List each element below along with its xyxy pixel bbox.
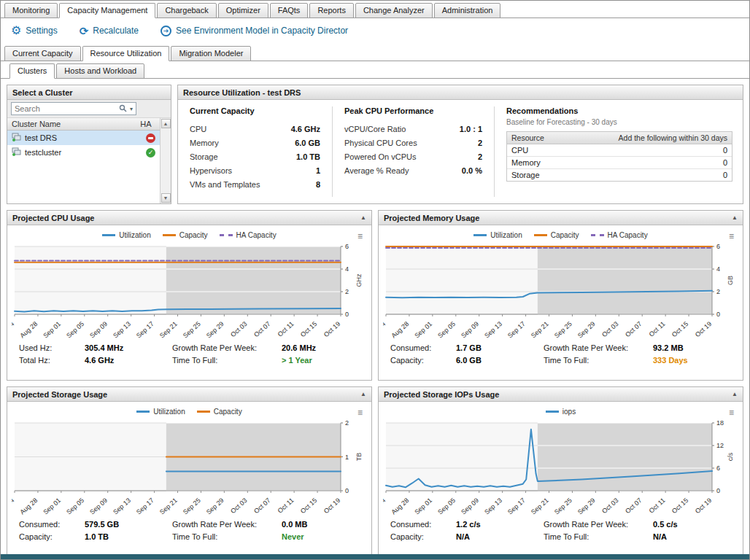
tab-reports[interactable]: Reports <box>309 3 354 18</box>
view-tab-bar: ClustersHosts and Workload <box>1 61 749 79</box>
cluster-icon <box>12 133 21 143</box>
stat-label-time-to-full: Time To Full: <box>172 532 282 541</box>
resource-value: 0 <box>723 171 727 179</box>
subtab-current-capacity[interactable]: Current Capacity <box>4 46 81 61</box>
scrollbar[interactable]: ▲ ▼ <box>160 118 171 203</box>
tab-capacity-management[interactable]: Capacity Management <box>59 3 155 18</box>
stat-value-consumed: 1.7 GB <box>456 343 544 352</box>
cluster-search-row: ▾ <box>7 100 171 118</box>
legend-swatch-icon <box>136 411 150 413</box>
collapse-panel-icon[interactable]: ▲ <box>732 391 738 397</box>
collapse-panel-icon[interactable]: ▲ <box>360 214 366 221</box>
recommendations-title: Recommendations <box>506 106 732 115</box>
cluster-list: Cluster Name HA test DRStestcluster✓ ▲ ▼ <box>7 118 171 203</box>
svg-text:Oct 19: Oct 19 <box>694 320 713 338</box>
select-cluster-panel: Select a Cluster ▾ Cluster Name HA <box>7 85 171 204</box>
svg-text:Oct 11: Oct 11 <box>648 497 667 515</box>
legend-swatch-icon <box>197 411 210 413</box>
svg-text:GHz: GHz <box>355 273 363 287</box>
panel-title: Projected Storage Usage <box>12 390 107 399</box>
resource-label: Memory <box>511 158 541 167</box>
column-header-cluster-name[interactable]: Cluster Name <box>12 120 136 128</box>
settings-button[interactable]: ⚙ Settings <box>11 25 58 36</box>
collapse-panel-icon[interactable]: ▲ <box>360 391 366 397</box>
subtab-migration-modeler[interactable]: Migration Modeler <box>171 46 251 61</box>
tab-change-analyzer[interactable]: Change Analyzer <box>355 3 433 18</box>
gear-icon: ⚙ <box>11 25 21 36</box>
viewtab-clusters[interactable]: Clusters <box>9 63 55 79</box>
ha-enabled-icon: ✓ <box>146 148 155 158</box>
metric-label: Average % Ready <box>344 166 409 175</box>
cluster-name-label: testcluster <box>25 148 142 157</box>
metric-row-vcpu-core-ratio: vCPU/Core Ratio1.0 : 1 <box>344 122 482 136</box>
chart-options-icon[interactable]: ≡ <box>729 232 734 241</box>
svg-text:Sep 17: Sep 17 <box>506 497 527 516</box>
stat-label-capacity: Capacity: <box>390 532 456 541</box>
metric-value: 1.0 TB <box>296 152 320 161</box>
scroll-up-icon[interactable]: ▲ <box>161 119 171 128</box>
panel-title: Projected CPU Usage <box>12 214 94 222</box>
chart-options-icon[interactable]: ≡ <box>729 408 734 417</box>
svg-text:6: 6 <box>716 464 720 472</box>
metric-value: 1.0 : 1 <box>460 125 482 133</box>
metric-row-powered-on-vcpus: Powered On vCPUs2 <box>344 149 482 163</box>
legend-item-utilization: Utilization <box>473 231 522 239</box>
projected-cpu-usage-panel: Projected CPU Usage ▲ UtilizationCapacit… <box>7 210 372 381</box>
svg-text:Sep 29: Sep 29 <box>576 497 597 516</box>
svg-text:Sep 25: Sep 25 <box>182 320 202 340</box>
tab-administration[interactable]: Administration <box>434 3 501 18</box>
cluster-name-label: test DRS <box>25 133 142 142</box>
cluster-search-input[interactable] <box>15 104 116 113</box>
metric-row-cpu: CPU4.6 GHz <box>190 122 320 136</box>
legend-item-ha-capacity: HA Capacity <box>591 231 648 239</box>
legend-swatch-icon <box>102 234 115 236</box>
chart-options-icon[interactable]: ≡ <box>357 408 363 417</box>
recommendation-row-cpu: CPU0 <box>507 144 732 157</box>
cluster-row-testcluster[interactable]: testcluster✓ <box>7 145 160 160</box>
legend-swatch-icon <box>546 411 559 413</box>
svg-text:12: 12 <box>716 442 724 449</box>
recalculate-label: Recalculate <box>93 26 139 36</box>
svg-text:0: 0 <box>345 487 349 494</box>
viewtab-hosts-and-workload[interactable]: Hosts and Workload <box>56 63 144 79</box>
chart-canvas: 061218c/sAug 24Aug 28Sep 01Sep 05Sep 09S… <box>383 418 738 520</box>
svg-text:Sep 25: Sep 25 <box>553 497 573 516</box>
recommendation-row-storage: Storage0 <box>507 169 732 181</box>
metric-row-vms-and-templates: VMs and Templates8 <box>190 177 320 191</box>
svg-text:Aug 24: Aug 24 <box>12 497 15 516</box>
chart-body: UtilizationCapacity ≡ 012TBAug 24Aug 28S… <box>7 402 371 556</box>
chart-legend: iops <box>546 408 576 416</box>
stat-value-capacity: 1.0 TB <box>85 532 172 541</box>
collapse-panel-icon[interactable]: ▲ <box>732 214 738 221</box>
panel-title: Projected Memory Usage <box>384 214 479 222</box>
search-icon[interactable] <box>119 104 127 114</box>
svg-text:2: 2 <box>345 419 349 427</box>
tab-chargeback[interactable]: Chargeback <box>157 3 216 18</box>
environment-model-link[interactable]: ➔ See Environment Model in Capacity Dire… <box>161 26 348 36</box>
legend-label: Capacity <box>179 231 208 239</box>
svg-text:Oct 19: Oct 19 <box>322 497 341 515</box>
svg-text:Oct 03: Oct 03 <box>600 320 619 338</box>
svg-text:Aug 24: Aug 24 <box>12 320 15 340</box>
svg-text:Sep 05: Sep 05 <box>65 497 85 516</box>
search-options-caret-icon[interactable]: ▾ <box>130 106 133 112</box>
svg-text:Sep 01: Sep 01 <box>42 320 62 340</box>
tab-faqts[interactable]: FAQts <box>270 3 309 18</box>
stat-label-growth-rate-per-week: Growth Rate Per Week: <box>544 343 653 352</box>
metric-label: CPU <box>190 125 206 133</box>
tab-monitoring[interactable]: Monitoring <box>4 3 58 18</box>
recalculate-button[interactable]: ⟳ Recalculate <box>80 26 139 36</box>
subtab-resource-utilization[interactable]: Resource Utilization <box>82 46 170 61</box>
chart-options-icon[interactable]: ≡ <box>357 232 363 241</box>
legend-item-utilization: Utilization <box>102 231 150 239</box>
svg-text:Sep 09: Sep 09 <box>460 497 480 516</box>
scroll-down-icon[interactable]: ▼ <box>161 193 171 203</box>
svg-text:Oct 15: Oct 15 <box>299 497 318 515</box>
search-box: ▾ <box>11 102 136 115</box>
tab-optimizer[interactable]: Optimizer <box>218 3 268 18</box>
svg-text:Oct 11: Oct 11 <box>277 497 295 515</box>
legend-label: iops <box>562 408 576 416</box>
cluster-row-test-drs[interactable]: test DRS <box>7 131 160 145</box>
column-header-ha[interactable]: HA <box>136 120 155 128</box>
svg-text:Sep 09: Sep 09 <box>460 320 480 340</box>
